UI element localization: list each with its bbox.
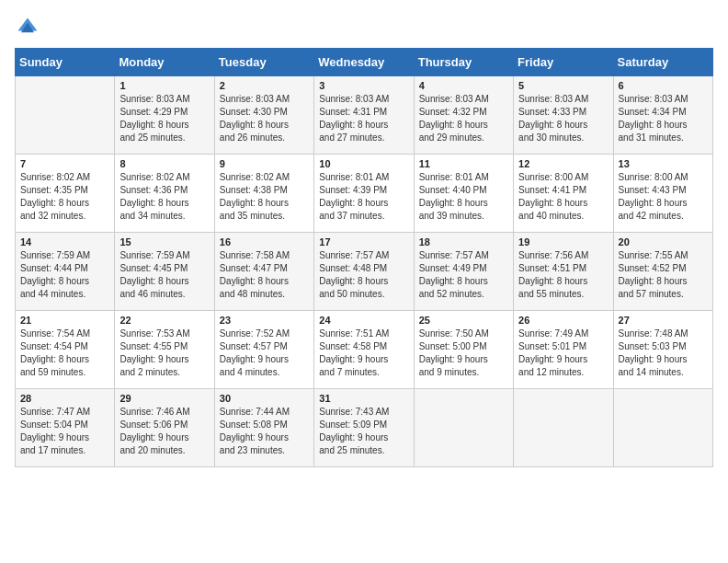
day-info: Sunrise: 7:52 AMSunset: 4:57 PMDaylight:… [220,327,309,379]
day-info: Sunrise: 7:43 AMSunset: 5:09 PMDaylight:… [319,406,408,457]
calendar-cell: 19Sunrise: 7:56 AMSunset: 4:51 PMDayligh… [514,233,613,311]
calendar-cell: 16Sunrise: 7:58 AMSunset: 4:47 PMDayligh… [214,233,313,311]
calendar-cell: 20Sunrise: 7:55 AMSunset: 4:52 PMDayligh… [613,233,712,311]
day-info: Sunrise: 8:03 AMSunset: 4:33 PMDaylight:… [518,93,608,144]
calendar-cell: 24Sunrise: 7:51 AMSunset: 4:58 PMDayligh… [314,311,414,389]
calendar-cell: 21Sunrise: 7:54 AMSunset: 4:54 PMDayligh… [16,311,115,389]
calendar-cell: 15Sunrise: 7:59 AMSunset: 4:45 PMDayligh… [115,233,214,311]
day-info: Sunrise: 7:57 AMSunset: 4:49 PMDaylight:… [419,249,508,301]
day-number: 1 [119,80,209,91]
day-number: 17 [319,236,408,247]
day-info: Sunrise: 7:58 AMSunset: 4:47 PMDaylight:… [220,249,309,301]
calendar-cell: 22Sunrise: 7:53 AMSunset: 4:55 PMDayligh… [115,311,214,389]
day-number: 22 [119,315,209,326]
calendar-cell: 9Sunrise: 8:02 AMSunset: 4:38 PMDaylight… [214,155,313,233]
calendar-cell: 13Sunrise: 8:00 AMSunset: 4:43 PMDayligh… [613,155,712,233]
header-day-monday: Monday [115,49,214,76]
day-number: 27 [619,315,708,326]
day-number: 30 [220,393,309,404]
day-info: Sunrise: 7:47 AMSunset: 5:04 PMDaylight:… [20,406,109,457]
day-info: Sunrise: 7:59 AMSunset: 4:44 PMDaylight:… [20,249,109,301]
day-number: 20 [619,236,708,247]
calendar-cell [16,76,115,155]
logo [15,15,44,40]
day-number: 26 [518,315,608,326]
header-day-sunday: Sunday [16,49,115,76]
calendar-cell: 4Sunrise: 8:03 AMSunset: 4:32 PMDaylight… [414,76,513,155]
day-info: Sunrise: 7:55 AMSunset: 4:52 PMDaylight:… [619,249,708,301]
calendar-cell: 3Sunrise: 8:03 AMSunset: 4:31 PMDaylight… [314,76,414,155]
day-number: 9 [220,158,309,169]
calendar-cell [514,389,613,467]
day-number: 28 [20,393,109,404]
calendar-cell: 17Sunrise: 7:57 AMSunset: 4:48 PMDayligh… [314,233,414,311]
day-number: 4 [419,80,508,91]
day-info: Sunrise: 8:00 AMSunset: 4:43 PMDaylight:… [619,171,708,223]
day-info: Sunrise: 7:48 AMSunset: 5:03 PMDaylight:… [619,327,708,379]
day-info: Sunrise: 7:50 AMSunset: 5:00 PMDaylight:… [419,327,508,379]
day-info: Sunrise: 8:03 AMSunset: 4:29 PMDaylight:… [119,93,209,144]
day-info: Sunrise: 7:59 AMSunset: 4:45 PMDaylight:… [119,249,209,301]
day-number: 10 [319,158,408,169]
day-info: Sunrise: 7:56 AMSunset: 4:51 PMDaylight:… [518,249,608,301]
calendar-cell: 28Sunrise: 7:47 AMSunset: 5:04 PMDayligh… [16,389,115,467]
day-number: 12 [518,158,608,169]
day-number: 23 [220,315,309,326]
day-info: Sunrise: 8:02 AMSunset: 4:38 PMDaylight:… [220,171,309,223]
day-number: 15 [119,236,209,247]
day-number: 11 [419,158,508,169]
day-info: Sunrise: 8:01 AMSunset: 4:39 PMDaylight:… [319,171,408,223]
calendar-cell: 18Sunrise: 7:57 AMSunset: 4:49 PMDayligh… [414,233,513,311]
calendar-cell: 7Sunrise: 8:02 AMSunset: 4:35 PMDaylight… [16,155,115,233]
calendar-cell: 8Sunrise: 8:02 AMSunset: 4:36 PMDaylight… [115,155,214,233]
day-info: Sunrise: 8:03 AMSunset: 4:31 PMDaylight:… [319,93,408,144]
calendar-cell [414,389,513,467]
day-number: 16 [220,236,309,247]
day-number: 25 [419,315,508,326]
calendar-cell: 5Sunrise: 8:03 AMSunset: 4:33 PMDaylight… [514,76,613,155]
day-info: Sunrise: 7:51 AMSunset: 4:58 PMDaylight:… [319,327,408,379]
calendar-cell: 10Sunrise: 8:01 AMSunset: 4:39 PMDayligh… [314,155,414,233]
day-info: Sunrise: 8:02 AMSunset: 4:35 PMDaylight:… [20,171,109,223]
calendar-cell: 2Sunrise: 8:03 AMSunset: 4:30 PMDaylight… [214,76,313,155]
calendar-header-row: SundayMondayTuesdayWednesdayThursdayFrid… [16,49,713,76]
day-number: 5 [518,80,608,91]
day-info: Sunrise: 7:54 AMSunset: 4:54 PMDaylight:… [20,327,109,379]
day-info: Sunrise: 8:02 AMSunset: 4:36 PMDaylight:… [119,171,209,223]
calendar-cell: 14Sunrise: 7:59 AMSunset: 4:44 PMDayligh… [16,233,115,311]
calendar-cell: 31Sunrise: 7:43 AMSunset: 5:09 PMDayligh… [314,389,414,467]
day-info: Sunrise: 7:53 AMSunset: 4:55 PMDaylight:… [119,327,209,379]
calendar-cell: 26Sunrise: 7:49 AMSunset: 5:01 PMDayligh… [514,311,613,389]
day-info: Sunrise: 7:49 AMSunset: 5:01 PMDaylight:… [518,327,608,379]
day-info: Sunrise: 8:03 AMSunset: 4:30 PMDaylight:… [220,93,309,144]
header [15,15,713,40]
day-number: 18 [419,236,508,247]
calendar-cell [613,389,712,467]
calendar-cell: 29Sunrise: 7:46 AMSunset: 5:06 PMDayligh… [115,389,214,467]
day-number: 7 [20,158,109,169]
calendar-week-row: 28Sunrise: 7:47 AMSunset: 5:04 PMDayligh… [16,389,713,467]
day-number: 14 [20,236,109,247]
day-number: 31 [319,393,408,404]
day-info: Sunrise: 7:44 AMSunset: 5:08 PMDaylight:… [220,406,309,457]
calendar-week-row: 7Sunrise: 8:02 AMSunset: 4:35 PMDaylight… [16,155,713,233]
calendar-table: SundayMondayTuesdayWednesdayThursdayFrid… [15,48,713,467]
day-number: 29 [119,393,209,404]
calendar-week-row: 14Sunrise: 7:59 AMSunset: 4:44 PMDayligh… [16,233,713,311]
day-number: 8 [119,158,209,169]
day-info: Sunrise: 7:46 AMSunset: 5:06 PMDaylight:… [119,406,209,457]
day-info: Sunrise: 8:03 AMSunset: 4:32 PMDaylight:… [419,93,508,144]
day-number: 2 [220,80,309,91]
calendar-cell: 25Sunrise: 7:50 AMSunset: 5:00 PMDayligh… [414,311,513,389]
day-number: 6 [619,80,708,91]
day-number: 21 [20,315,109,326]
day-info: Sunrise: 8:03 AMSunset: 4:34 PMDaylight:… [619,93,708,144]
calendar-week-row: 21Sunrise: 7:54 AMSunset: 4:54 PMDayligh… [16,311,713,389]
header-day-wednesday: Wednesday [314,49,414,76]
day-number: 3 [319,80,408,91]
day-number: 19 [518,236,608,247]
calendar-week-row: 1Sunrise: 8:03 AMSunset: 4:29 PMDaylight… [16,76,713,155]
header-day-friday: Friday [514,49,613,76]
calendar-cell: 6Sunrise: 8:03 AMSunset: 4:34 PMDaylight… [613,76,712,155]
calendar-cell: 12Sunrise: 8:00 AMSunset: 4:41 PMDayligh… [514,155,613,233]
